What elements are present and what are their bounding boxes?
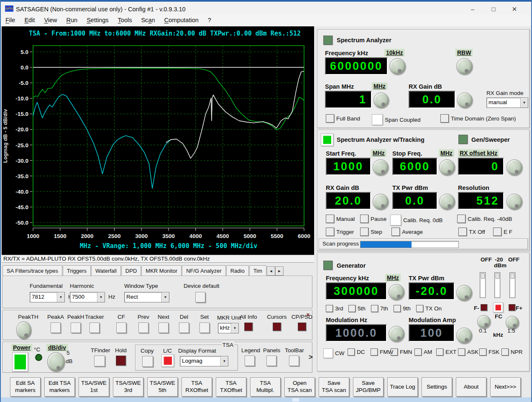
chevron-down-icon[interactable]: ▼ [57,292,64,302]
menu-file[interactable]: File [1,15,20,23]
copy-button[interactable] [142,356,153,367]
checkbox-npr[interactable] [501,348,509,356]
toolbar-button-tsa-rxoffset[interactable]: TSA RXOffset [182,377,212,397]
toolbar-button-tsa-swe-1st[interactable]: TSA/SWE 1st [79,377,109,397]
attenuator-slider-right[interactable] [509,272,516,298]
toolbar-button-edit-tsa-markers[interactable]: Edit TSA markers [44,377,75,397]
toolbar-button-settings[interactable]: Settings [422,377,452,397]
title-bar[interactable]: SATSAGEN (Non-commercial use only) - Con… [1,2,531,15]
power-label[interactable]: Power [11,344,32,351]
trk-tx-pwr-display[interactable]: 0.0 [392,192,437,210]
toolbar-button-save-jpg-bmp[interactable]: Save JPG/BMP [353,377,384,397]
checkbox-manual[interactable] [326,215,334,223]
tab-waterfall[interactable]: Waterfall [91,265,121,276]
tab-triggers[interactable]: Triggers [63,265,91,276]
attenuator-slider-left[interactable] [480,272,486,298]
menu-run[interactable]: Run [62,15,82,23]
device-default-button[interactable] [195,292,205,302]
trk-rx-gain-knob[interactable] [373,194,389,210]
mkr-unit-select[interactable]: kHz▼ [218,323,239,333]
harmonic-select[interactable]: 7500▼ [70,292,105,302]
chevron-down-icon[interactable]: ▼ [520,98,528,108]
start-freq-step[interactable]: MHz [371,149,386,157]
chevron-down-icon[interactable]: ▼ [161,292,169,302]
marker-button-peakh[interactable] [71,323,81,333]
tab-sa-filters-trace-types[interactable]: SA Filters/trace types [3,265,62,276]
checkbox-pause[interactable] [360,215,368,223]
rbw-knob[interactable] [456,58,473,74]
stop-freq-display[interactable]: 6000 [392,158,437,175]
window-type-select[interactable]: Rect▼ [124,292,169,302]
toolbar-button-save-tsa-scan[interactable]: Save TSA scan [319,377,349,397]
span-step[interactable]: MHz [372,82,387,90]
menu-computation[interactable]: Computation [160,15,203,23]
checkbox-fmn[interactable] [391,348,398,356]
f-minus-knob[interactable] [477,315,491,328]
checkbox-time-domain-zero-span[interactable] [440,114,449,123]
rx-gain-mode-select[interactable]: manual▼ [486,97,528,108]
rx-offset-display[interactable]: 0 [458,158,504,175]
checkbox-dc[interactable] [348,348,355,356]
resolution-display[interactable]: 512 [458,192,504,210]
checkbox-e-f[interactable] [493,228,501,236]
marker-button-cf[interactable] [116,323,126,333]
markers-close-x[interactable]: x [307,311,309,318]
toolbar-button-trace-log[interactable]: Trace Log [387,377,418,397]
gen-sweeper-enable[interactable] [458,135,468,144]
rx-offset-knob[interactable] [506,159,522,175]
sa-frequency-knob[interactable] [389,58,406,74]
f-minus-toggle[interactable] [481,304,487,311]
checkbox-full-band[interactable] [326,114,334,123]
checkbox-average[interactable] [391,228,400,236]
tab-nf-g-analyzer[interactable]: NF/G Analyzer [182,265,226,276]
sa-frequency-display[interactable]: 6000000 [325,57,388,75]
display-format-select[interactable]: Logmag▼ [180,356,228,366]
gen-frequency-display[interactable]: 300000 [326,282,387,300]
checkbox-span-coupled[interactable] [372,114,383,125]
marker-button-prev[interactable] [138,323,148,333]
sa-rx-gain-knob[interactable] [457,92,473,108]
tab-mkr-monitor[interactable]: MKR Monitor [141,265,182,276]
close-button[interactable]: ✕ [505,4,524,14]
power-toggle[interactable] [12,352,28,371]
rbw-label[interactable]: RBW [455,49,473,56]
fundamental-select[interactable]: 7812▼ [30,292,65,302]
toggle-cursors[interactable] [273,323,281,331]
fc-toggle[interactable] [493,302,503,312]
checkbox-5th[interactable] [348,305,356,312]
checkbox-calib-req-40db[interactable] [457,215,466,223]
checkbox-7th[interactable] [371,305,378,312]
gen-tx-pwr-knob[interactable] [456,285,472,301]
maximize-button[interactable]: □ [484,4,503,14]
checkbox-fmw[interactable] [371,348,378,356]
modulation-amp-knob[interactable] [456,328,472,343]
menu-settings[interactable]: Settings [82,15,113,23]
dbdiv-knob[interactable] [47,352,65,371]
span-display[interactable]: 1 [325,91,372,108]
resolution-knob[interactable] [506,194,522,210]
gen-frequency-knob[interactable] [389,284,404,300]
checkbox-tx-off[interactable] [458,228,467,236]
tab-scroll-right-icon[interactable]: ► [275,266,284,276]
toolbar-button-about[interactable]: About [456,377,486,397]
modulation-amp-display[interactable]: 100 [409,324,455,342]
toolbar-button-tsa-txoffset[interactable]: TSA TXOffset [216,377,246,397]
trk-rx-gain-display[interactable]: 20.0 [326,192,371,210]
chevron-down-icon[interactable]: ▼ [220,356,228,366]
toolbar-button-next[interactable]: Next>>> [490,377,521,397]
more-arrow[interactable]: > [309,353,313,361]
toolbar-button-edit-sa-markers[interactable]: Edit SA markers [10,377,41,397]
toolbar-button-open-tsa-scan[interactable]: Open TSA scan [284,377,315,397]
tab-radio[interactable]: Radio [226,265,249,276]
marker-button-del[interactable] [179,323,189,333]
gen-tx-pwr-display[interactable]: -20.0 [409,282,455,300]
marker-button-peaka[interactable] [51,323,61,333]
sa-frequency-step[interactable]: 10kHz [384,49,404,56]
hold-toggle[interactable] [116,356,126,366]
start-freq-display[interactable]: 1000 [326,158,371,175]
checkbox-3rd[interactable] [326,305,333,312]
checkbox-ask[interactable] [458,348,465,356]
checkbox-ext[interactable] [436,348,443,356]
spectrum-analyzer-enable[interactable] [323,36,332,45]
toggle-all-info[interactable] [244,323,253,331]
